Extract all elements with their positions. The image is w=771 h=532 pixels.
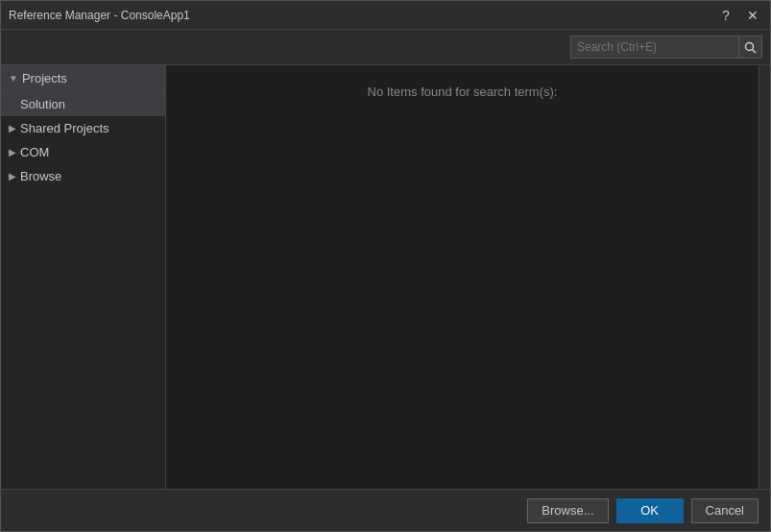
main-content: ▼ Projects Solution ▶ Shared Projects ▶ … [1, 30, 770, 489]
svg-point-0 [746, 42, 754, 50]
sidebar-browse-label: Browse [20, 169, 61, 183]
title-bar: Reference Manager - ConsoleApp1 ? ✕ [1, 1, 770, 30]
sidebar-projects-label: Projects [22, 71, 67, 85]
sidebar-item-com[interactable]: ▶ COM [1, 140, 165, 164]
com-chevron-icon: ▶ [9, 147, 16, 157]
search-button[interactable] [738, 36, 761, 58]
search-bar [1, 30, 770, 65]
reference-manager-window: Reference Manager - ConsoleApp1 ? ✕ [0, 0, 771, 532]
sidebar-projects-header[interactable]: ▼ Projects [1, 65, 165, 92]
title-bar-controls: ? ✕ [716, 6, 762, 25]
browse-button[interactable]: Browse... [527, 498, 608, 523]
empty-message: No Items found for search term(s): [368, 85, 558, 99]
sidebar-item-shared-projects[interactable]: ▶ Shared Projects [1, 116, 165, 140]
ok-button[interactable]: OK [616, 498, 684, 523]
body-area: ▼ Projects Solution ▶ Shared Projects ▶ … [1, 65, 770, 489]
sidebar-item-solution[interactable]: Solution [1, 92, 165, 116]
projects-chevron-icon: ▼ [9, 73, 18, 84]
sidebar-com-label: COM [20, 145, 49, 159]
search-container [570, 36, 762, 59]
sidebar: ▼ Projects Solution ▶ Shared Projects ▶ … [1, 65, 166, 489]
search-icon [744, 41, 757, 54]
content-area: No Items found for search term(s): [166, 65, 759, 489]
shared-projects-chevron-icon: ▶ [9, 123, 16, 133]
sidebar-solution-label: Solution [20, 97, 65, 111]
search-input[interactable] [571, 36, 738, 58]
sidebar-shared-projects-label: Shared Projects [20, 121, 109, 135]
window-title: Reference Manager - ConsoleApp1 [9, 9, 190, 22]
cancel-button[interactable]: Cancel [691, 498, 759, 523]
footer: Browse... OK Cancel [1, 489, 770, 531]
close-button[interactable]: ✕ [743, 6, 762, 25]
help-button[interactable]: ? [716, 6, 735, 25]
right-scroll-panel [759, 65, 770, 489]
browse-chevron-icon: ▶ [9, 171, 16, 181]
svg-line-1 [753, 49, 757, 53]
sidebar-item-browse[interactable]: ▶ Browse [1, 164, 165, 188]
